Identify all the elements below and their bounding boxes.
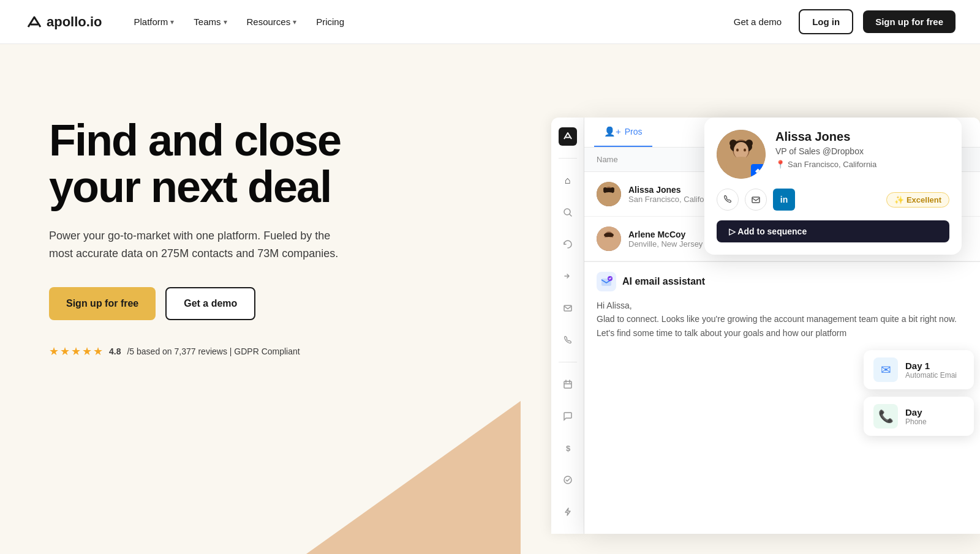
- sidebar-check-icon[interactable]: [558, 470, 578, 490]
- hero-section: Find and close your next deal Power your…: [0, 44, 980, 554]
- sidebar-sequences-icon[interactable]: [558, 266, 578, 286]
- ai-email-title: AI email assistant: [622, 276, 705, 287]
- sidebar-divider-1: [559, 158, 577, 159]
- star-5: ★: [93, 345, 103, 358]
- nav-right: Get a demo Log in Sign up for free: [726, 9, 956, 34]
- sequence-step-phone: 📞 Day Phone: [864, 397, 974, 436]
- svg-rect-1: [564, 305, 571, 311]
- hero-rating: ★ ★ ★ ★ ★ 4.8/5 based on 7,377 reviews |…: [49, 345, 343, 358]
- email-button[interactable]: [745, 189, 767, 211]
- sequence-steps: ✉ Day 1 Automatic Emai 📞 Day Phone: [864, 350, 974, 436]
- hero-buttons: Sign up for free Get a demo: [49, 287, 343, 320]
- nav-resources[interactable]: Resources ▾: [239, 12, 304, 32]
- nav-platform[interactable]: Platform ▾: [126, 12, 181, 32]
- get-demo-button[interactable]: Get a demo: [726, 12, 789, 32]
- svg-point-13: [604, 233, 614, 238]
- rating-score: 4.8: [109, 346, 121, 356]
- svg-rect-26: [752, 197, 760, 203]
- platform-chevron-icon: ▾: [170, 18, 174, 26]
- svg-text:$: $: [566, 444, 571, 453]
- svg-point-22: [734, 142, 748, 159]
- sidebar-email-icon[interactable]: [558, 298, 578, 318]
- sequence-step-1-info: Day 1 Automatic Emai: [905, 361, 964, 380]
- hero-headline: Find and close your next deal: [49, 118, 343, 210]
- sidebar-divider-2: [559, 362, 577, 362]
- sidebar-calendar-icon[interactable]: [558, 375, 578, 394]
- svg-point-9: [611, 187, 614, 191]
- add-to-sequence-button[interactable]: ▷ Add to sequence: [717, 220, 949, 242]
- signup-button[interactable]: Sign up for free: [863, 10, 956, 33]
- logo-text: apollo.io: [47, 14, 102, 30]
- sequence-phone-icon: 📞: [873, 404, 898, 429]
- svg-point-8: [603, 187, 607, 191]
- hero-subtext: Power your go-to-market with one platfor…: [49, 227, 343, 263]
- sequence-step-2-info: Day Phone: [905, 407, 964, 426]
- profile-info: Alissa Jones VP of Sales @Dropbox 📍 San …: [775, 130, 949, 169]
- profile-name: Alissa Jones: [775, 130, 949, 144]
- svg-rect-2: [564, 381, 571, 388]
- location-pin-icon: 📍: [775, 160, 785, 169]
- ai-email-body: Hi Alissa, Glad to connect. Looks like y…: [597, 299, 968, 340]
- profile-photo: ◆: [717, 130, 766, 179]
- sequence-step-email: ✉ Day 1 Automatic Emai: [864, 350, 974, 389]
- prospects-tab[interactable]: 👤+ Pros: [594, 118, 652, 147]
- call-button[interactable]: [717, 189, 739, 211]
- profile-title: VP of Sales @Dropbox: [775, 146, 949, 156]
- sidebar-home-icon[interactable]: ⌂: [558, 171, 578, 190]
- profile-card-top: ◆ Alissa Jones VP of Sales @Dropbox 📍 Sa…: [717, 130, 949, 179]
- star-1: ★: [49, 345, 59, 358]
- profile-card: ◆ Alissa Jones VP of Sales @Dropbox 📍 Sa…: [704, 118, 962, 255]
- decorative-triangle: [306, 401, 521, 554]
- sidebar-dollar-icon[interactable]: $: [558, 438, 578, 458]
- hero-demo-button[interactable]: Get a demo: [165, 287, 255, 320]
- star-4: ★: [82, 345, 92, 358]
- sidebar-bubble-icon[interactable]: [558, 406, 578, 426]
- navbar: apollo.io Platform ▾ Teams ▾ Resources ▾…: [0, 0, 980, 44]
- sidebar-refresh-icon[interactable]: [558, 234, 578, 254]
- svg-point-10: [601, 192, 616, 202]
- star-3: ★: [71, 345, 81, 358]
- sidebar-search-icon[interactable]: [558, 203, 578, 222]
- sidebar-lightning-icon[interactable]: [558, 502, 578, 522]
- ai-email-panel: AI email assistant Hi Alissa, Glad to co…: [584, 261, 980, 350]
- prospects-tab-icon: 👤+: [604, 126, 621, 137]
- dropbox-badge: ◆: [751, 164, 764, 178]
- linkedin-button[interactable]: in: [773, 189, 795, 211]
- nav-teams[interactable]: Teams ▾: [186, 12, 234, 32]
- login-button[interactable]: Log in: [799, 9, 853, 34]
- svg-point-25: [744, 149, 746, 152]
- rating-text: /5 based on 7,377 reviews | GDPR Complia…: [127, 346, 300, 356]
- nav-links: Platform ▾ Teams ▾ Resources ▾ Pricing: [126, 12, 726, 32]
- svg-point-24: [736, 149, 739, 152]
- quality-badge: ✨ Excellent: [886, 192, 949, 208]
- hero-left: Find and close your next deal Power your…: [49, 81, 343, 358]
- profile-actions: in ✨ Excellent: [717, 189, 949, 211]
- hero-signup-button[interactable]: Sign up for free: [49, 287, 156, 320]
- svg-point-14: [601, 237, 616, 247]
- resources-chevron-icon: ▾: [293, 18, 296, 26]
- rating-stars: ★ ★ ★ ★ ★: [49, 345, 103, 358]
- logo[interactable]: apollo.io: [24, 12, 102, 32]
- profile-location: 📍 San Francisco, California: [775, 160, 949, 169]
- contact-avatar-arlene: [597, 226, 621, 251]
- sidebar-logo: [559, 127, 577, 146]
- ai-email-icon: [597, 272, 616, 291]
- ai-panel-header: AI email assistant: [597, 272, 968, 291]
- app-sidebar: ⌂ $: [551, 118, 584, 534]
- nav-pricing[interactable]: Pricing: [309, 12, 352, 32]
- sequence-email-icon: ✉: [873, 357, 898, 382]
- teams-chevron-icon: ▾: [224, 18, 227, 26]
- star-2: ★: [60, 345, 70, 358]
- contact-avatar-alissa: [597, 182, 621, 206]
- sidebar-phone-icon[interactable]: [558, 330, 578, 350]
